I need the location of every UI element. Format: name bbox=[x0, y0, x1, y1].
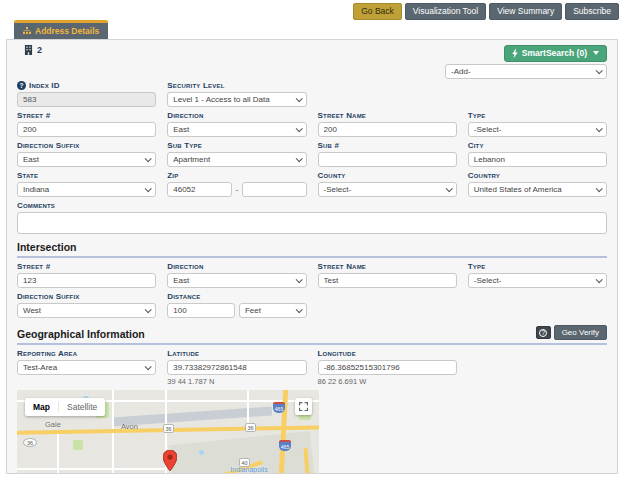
direction-suffix-label: Direction Suffix bbox=[17, 141, 156, 150]
satellite-button[interactable]: Satellite bbox=[58, 402, 105, 412]
subscribe-button[interactable]: Subscribe bbox=[565, 3, 619, 20]
county-select[interactable]: -Select- bbox=[318, 182, 457, 197]
country-select[interactable]: United States of America bbox=[468, 182, 607, 197]
state-label: State bbox=[17, 171, 156, 180]
latitude-label: Latitude bbox=[167, 349, 306, 358]
int-type-select[interactable]: -Select- bbox=[468, 273, 607, 288]
go-back-button[interactable]: Go Back bbox=[353, 3, 402, 20]
tab-address-details[interactable]: Address Details bbox=[14, 20, 108, 39]
direction-label: Direction bbox=[167, 111, 306, 120]
int-street-name-input[interactable] bbox=[318, 273, 457, 288]
country-label: Country bbox=[468, 171, 607, 180]
airport-label: Indianapolis International Airport bbox=[220, 466, 278, 474]
intersection-section-title: Intersection bbox=[17, 241, 77, 253]
chevron-down-icon bbox=[295, 95, 302, 102]
help-icon[interactable]: ? bbox=[17, 81, 26, 90]
longitude-label: Longitude bbox=[318, 349, 457, 358]
index-id-label: ? Index ID bbox=[17, 81, 156, 90]
distance-unit-select[interactable]: Feet bbox=[239, 303, 307, 318]
geo-verify-button[interactable]: Geo Verify bbox=[554, 325, 607, 340]
chevron-down-icon bbox=[295, 276, 302, 283]
security-level-select[interactable]: Level 1 - Access to all Data bbox=[167, 92, 306, 107]
location-marker-icon[interactable] bbox=[163, 450, 177, 471]
int-direction-suffix-select[interactable]: West bbox=[17, 303, 156, 318]
address-details-panel: 2 SmartSearch (0) -Add- ? Index ID Secur… bbox=[6, 39, 618, 474]
route-shield: 36 bbox=[23, 438, 37, 447]
address-form: ? Index ID Security Level Level 1 - Acce… bbox=[17, 81, 607, 197]
zip-label: Zip bbox=[167, 171, 306, 180]
type-select[interactable]: -Select- bbox=[468, 122, 607, 137]
int-type-label: Type bbox=[468, 262, 607, 271]
geo-section-title: Geographical Information bbox=[17, 328, 145, 340]
county-label: County bbox=[318, 171, 457, 180]
zip-input[interactable] bbox=[167, 182, 231, 197]
chevron-down-icon bbox=[145, 306, 152, 313]
chevron-down-icon bbox=[145, 155, 152, 162]
distance-input[interactable] bbox=[167, 303, 235, 318]
int-direction-label: Direction bbox=[167, 262, 306, 271]
street-no-input[interactable] bbox=[17, 122, 156, 137]
chevron-down-icon bbox=[445, 185, 452, 192]
lightning-icon bbox=[512, 49, 518, 58]
direction-suffix-select[interactable]: East bbox=[17, 152, 156, 167]
latitude-input[interactable] bbox=[167, 360, 306, 375]
top-button-bar: Go Back Visualization Tool View Summary … bbox=[0, 0, 624, 20]
fullscreen-button[interactable] bbox=[295, 398, 312, 415]
visualization-tool-button[interactable]: Visualization Tool bbox=[405, 3, 486, 20]
record-number[interactable]: 2 bbox=[37, 45, 42, 55]
int-street-no-input[interactable] bbox=[17, 273, 156, 288]
int-direction-select[interactable]: East bbox=[167, 273, 306, 288]
int-direction-suffix-label: Direction Suffix bbox=[17, 292, 156, 301]
comments-textarea[interactable] bbox=[17, 212, 607, 234]
smartsearch-button[interactable]: SmartSearch (0) bbox=[504, 45, 607, 62]
int-street-no-label: Street # bbox=[17, 262, 156, 271]
street-no-label: Street # bbox=[17, 111, 156, 120]
interstate-shield: 465 bbox=[279, 440, 291, 451]
city-input[interactable] bbox=[468, 152, 607, 167]
intersection-form: Street # Direction East Street Name Type… bbox=[17, 262, 607, 318]
google-map[interactable]: 36 36 36 40 267 465 465 465 70 70 Gale A… bbox=[17, 390, 319, 474]
security-level-label: Security Level bbox=[167, 81, 306, 90]
view-summary-button[interactable]: View Summary bbox=[489, 3, 562, 20]
route-shield: 36 bbox=[163, 424, 174, 433]
add-select[interactable]: -Add- bbox=[445, 64, 607, 79]
fullscreen-icon bbox=[299, 402, 308, 411]
chevron-down-icon bbox=[145, 363, 152, 370]
sub-no-input[interactable] bbox=[318, 152, 457, 167]
sub-type-label: Sub Type bbox=[167, 141, 306, 150]
street-name-label: Street Name bbox=[318, 111, 457, 120]
place-label: Avon bbox=[121, 422, 138, 431]
zip-plus4-input[interactable] bbox=[242, 182, 306, 197]
tab-label: Address Details bbox=[35, 26, 99, 36]
sub-type-select[interactable]: Apartment bbox=[167, 152, 306, 167]
street-name-input[interactable] bbox=[318, 122, 457, 137]
state-select[interactable]: Indiana bbox=[17, 182, 156, 197]
chevron-down-icon bbox=[596, 185, 603, 192]
latitude-dms: 39 44 1.787 N bbox=[167, 377, 306, 386]
longitude-input[interactable] bbox=[318, 360, 457, 375]
direction-select[interactable]: East bbox=[167, 122, 306, 137]
map-type-control[interactable]: Map Satellite bbox=[25, 398, 105, 416]
sitemap-icon bbox=[23, 27, 31, 35]
chevron-down-icon bbox=[596, 67, 603, 74]
chevron-down-icon bbox=[596, 276, 603, 283]
chevron-down-icon bbox=[295, 306, 302, 313]
chevron-down-icon bbox=[596, 125, 603, 132]
distance-label: Distance bbox=[167, 292, 306, 301]
place-label: Gale bbox=[45, 420, 61, 429]
chevron-down-icon bbox=[295, 155, 302, 162]
city-label: City bbox=[468, 141, 607, 150]
reporting-area-select[interactable]: Test-Area bbox=[17, 360, 156, 375]
geo-help-button[interactable]: ? bbox=[536, 326, 551, 339]
chevron-down-icon bbox=[145, 185, 152, 192]
sub-no-label: Sub # bbox=[318, 141, 457, 150]
tab-bar: Address Details bbox=[0, 20, 624, 39]
map-button[interactable]: Map bbox=[25, 402, 58, 412]
reporting-area-label: Reporting Area bbox=[17, 349, 156, 358]
route-shield: 36 bbox=[245, 423, 256, 432]
interstate-shield: 465 bbox=[273, 402, 285, 413]
road bbox=[17, 468, 167, 470]
building-icon bbox=[24, 45, 33, 55]
index-id-input bbox=[17, 92, 156, 107]
chevron-down-icon bbox=[593, 51, 599, 55]
